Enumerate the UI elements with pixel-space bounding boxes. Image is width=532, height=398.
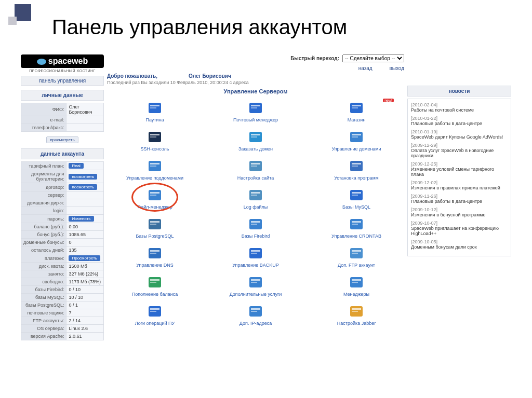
server-tool-базы-mysql[interactable]: Базы MySQL bbox=[309, 185, 404, 212]
server-tool-управление-поддоменами[interactable]: Управление поддоменами bbox=[107, 156, 203, 183]
server-tool-управление-dns[interactable]: Управление DNS bbox=[107, 243, 203, 270]
field-value: 0.00 bbox=[66, 223, 104, 231]
server-tool-управление-crontab[interactable]: Управление CRONTAB bbox=[309, 214, 404, 241]
server-tool-установка-программ[interactable]: Установка программ bbox=[309, 156, 404, 183]
tool-icon bbox=[348, 216, 365, 232]
control-panel-link[interactable]: панель управления bbox=[21, 76, 104, 86]
account-action-button[interactable]: посмотреть bbox=[69, 184, 97, 190]
field-label: FTP-аккаунты: bbox=[21, 317, 66, 325]
server-tool-базы-firebird[interactable]: Базы Firebird bbox=[208, 214, 303, 241]
server-tool-магазин[interactable]: new! Магазин bbox=[309, 98, 404, 125]
svg-rect-31 bbox=[251, 192, 260, 194]
quick-jump-select[interactable]: -- Сделайте выбор -- bbox=[342, 54, 404, 62]
news-item[interactable]: [2010-01-19]SpaceWeb дарит Купоны Google… bbox=[411, 129, 508, 140]
svg-rect-11 bbox=[150, 136, 156, 138]
news-date: [2010-01-22] bbox=[411, 116, 508, 121]
server-tool-управление-доменами[interactable]: Управление доменами bbox=[309, 127, 404, 154]
server-tool-почтовый-менеджер[interactable]: Почтовый менеджер bbox=[208, 98, 303, 125]
server-tool-управление-backup[interactable]: Управление BACKUP bbox=[208, 243, 303, 270]
field-label: сервер: bbox=[21, 191, 66, 199]
tool-icon bbox=[348, 245, 365, 262]
server-tool-доп-ip-адреса[interactable]: Доп. IP-адреса bbox=[208, 301, 303, 328]
server-tool-менеджеры[interactable]: Менеджеры bbox=[309, 272, 404, 299]
tool-icon bbox=[147, 187, 163, 203]
tool-label: Заказать домен bbox=[209, 146, 302, 152]
welcome-username: Олег Борисович bbox=[189, 73, 231, 79]
field-label: пароль: bbox=[21, 215, 66, 223]
field-label: домашняя дир-я: bbox=[21, 199, 66, 207]
tool-icon bbox=[147, 100, 163, 116]
tool-label: Файл-менеджер bbox=[108, 204, 202, 210]
news-item[interactable]: [2009-12-02]Изменения в правилах приема … bbox=[411, 180, 508, 190]
logo-icon bbox=[37, 59, 46, 65]
field-label: свободно: bbox=[21, 278, 66, 286]
server-tool-настройка-сайта[interactable]: Настройка сайта bbox=[208, 156, 303, 183]
field-value: Олег Борисович bbox=[66, 103, 104, 116]
server-mgmt-header: Управление Сервером bbox=[107, 88, 404, 94]
field-value: посмотреть bbox=[66, 183, 104, 191]
field-label: базы MySQL: bbox=[21, 294, 66, 301]
news-item[interactable]: [2009-10-05]Доменным бонусам дали срок bbox=[411, 239, 508, 250]
svg-rect-71 bbox=[352, 311, 358, 312]
tool-label: Пополнение баланса bbox=[108, 292, 202, 297]
news-item[interactable]: [2009-10-12]Изменения в бонусной програм… bbox=[411, 207, 508, 217]
svg-rect-58 bbox=[251, 279, 260, 281]
news-date: [2009-12-25] bbox=[411, 161, 508, 167]
svg-rect-19 bbox=[150, 163, 159, 164]
tool-label: Магазин bbox=[310, 117, 403, 122]
tool-icon bbox=[147, 129, 163, 145]
news-item[interactable]: [2010-01-22]Плановые работы в дата-центр… bbox=[411, 116, 508, 126]
server-tool-настройка-jabber[interactable]: Настройка Jabber bbox=[309, 301, 404, 328]
news-item[interactable]: [2009-10-07]SpaceWeb приглашает на конфе… bbox=[411, 221, 508, 236]
server-tool-log-файлы[interactable]: Log файлы bbox=[208, 185, 303, 212]
svg-rect-40 bbox=[251, 221, 260, 223]
server-tool-пополнение-баланса[interactable]: Пополнение баланса bbox=[107, 272, 203, 299]
tool-icon bbox=[247, 274, 264, 291]
back-link[interactable]: назад bbox=[358, 65, 373, 71]
svg-rect-8 bbox=[352, 107, 358, 108]
last-login-text: Последний раз Вы заходили 10 Февраль 201… bbox=[107, 80, 404, 85]
field-label: базы Firebird: bbox=[21, 286, 66, 294]
server-tool-логи-операций-пу[interactable]: Логи операций ПУ bbox=[107, 301, 203, 328]
account-action-button[interactable]: посмотреть bbox=[69, 174, 97, 180]
field-label: e-mail: bbox=[21, 116, 66, 124]
news-item[interactable]: [2009-11-26]Плановые работы в дата-центр… bbox=[411, 194, 508, 204]
logo[interactable]: spaceweb bbox=[21, 54, 104, 68]
server-tool-файл-менеджер[interactable]: Файл-менеджер bbox=[107, 185, 203, 212]
account-action-button[interactable]: Изменить bbox=[69, 216, 94, 222]
svg-rect-64 bbox=[150, 308, 159, 310]
server-tool-ssh-консоль[interactable]: SSH-консоль bbox=[107, 127, 203, 154]
news-date: [2009-10-12] bbox=[411, 207, 508, 212]
account-action-button[interactable]: Просмотреть bbox=[69, 255, 100, 261]
news-item[interactable]: [2009-12-29]Оплата услуг SpaceWeb в ново… bbox=[411, 143, 508, 158]
field-label: договор: bbox=[21, 183, 66, 191]
server-tool-дополнительные-услуги[interactable]: Дополнительные услуги bbox=[208, 272, 303, 299]
svg-rect-35 bbox=[352, 195, 358, 196]
field-value: 0 / 1 bbox=[66, 301, 104, 309]
news-item[interactable]: [2009-12-25]Изменение условий смены тари… bbox=[411, 161, 508, 177]
logo-subtitle: ПРОФЕССИОНАЛЬНЫЙ ХОСТИНГ bbox=[21, 69, 104, 73]
personal-data-table: ФИО:Олег Борисовичe-mail:телефон/факс: bbox=[21, 103, 104, 132]
exit-link[interactable]: выход bbox=[389, 65, 404, 71]
view-personal-button[interactable]: просмотреть bbox=[46, 136, 78, 143]
news-date: [2009-11-26] bbox=[411, 194, 508, 199]
account-data-header: данные аккаунта bbox=[21, 148, 104, 159]
news-item[interactable]: [2010-02-04]Работы на почтовой системе bbox=[411, 102, 508, 113]
server-tool-заказать-домен[interactable]: Заказать домен bbox=[208, 127, 303, 154]
tool-label: Паутина bbox=[108, 117, 202, 122]
tool-icon bbox=[147, 158, 163, 174]
tool-icon bbox=[348, 129, 365, 145]
server-tool-доп-ftp-аккаунт[interactable]: Доп. FTP аккаунт bbox=[309, 243, 404, 270]
svg-rect-16 bbox=[352, 134, 361, 135]
tool-icon bbox=[147, 303, 163, 320]
field-label: базы PostgreSQL: bbox=[21, 301, 66, 309]
svg-rect-2 bbox=[150, 107, 156, 108]
account-action-button[interactable]: Real bbox=[69, 163, 83, 169]
tool-label: Базы Firebird bbox=[209, 234, 302, 239]
tool-label: Управление DNS bbox=[108, 263, 202, 268]
tool-label: Управление доменами bbox=[310, 146, 403, 152]
server-tool-паутина[interactable]: Паутина bbox=[107, 98, 203, 125]
news-title: Работы на почтовой системе bbox=[411, 107, 508, 113]
server-tool-базы-postgresql[interactable]: Базы PostgreSQL bbox=[107, 214, 203, 241]
field-label: OS сервера: bbox=[21, 325, 66, 333]
